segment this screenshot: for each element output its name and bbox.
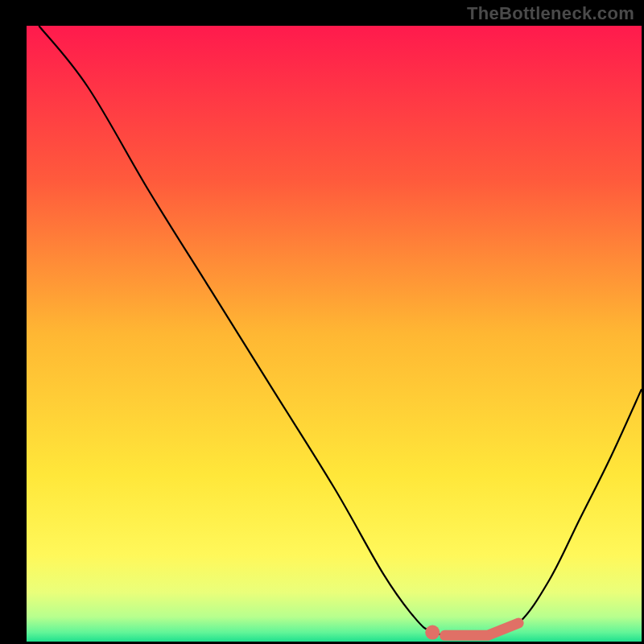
bottleneck-chart [0, 0, 644, 644]
gradient-background [27, 26, 642, 642]
chart-frame: TheBottleneck.com [0, 0, 644, 644]
highlight-dot [425, 625, 440, 640]
